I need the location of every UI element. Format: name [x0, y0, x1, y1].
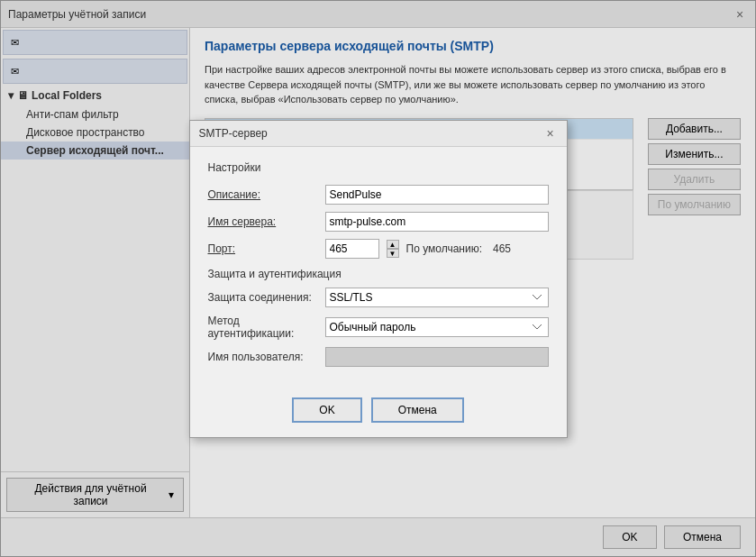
- security-section-label: Защита и аутентификация: [208, 268, 549, 280]
- server-row: Имя сервера:: [208, 212, 549, 232]
- auth-row: Метод аутентификации: Обычный пароль Нет…: [208, 315, 549, 340]
- auth-label: Метод аутентификации:: [208, 315, 325, 340]
- settings-section-label: Настройки: [208, 161, 549, 174]
- server-label: Имя сервера:: [208, 215, 325, 228]
- username-input[interactable]: [325, 347, 549, 367]
- port-decrement[interactable]: ▼: [387, 249, 399, 258]
- modal-title-bar: SMTP-сервер ×: [190, 121, 567, 147]
- modal-ok-button[interactable]: OK: [292, 397, 361, 423]
- default-value: 465: [493, 242, 511, 255]
- username-label: Имя пользователя:: [208, 351, 325, 363]
- modal-close-button[interactable]: ×: [543, 126, 558, 141]
- modal-cancel-button[interactable]: Отмена: [371, 397, 464, 423]
- smtp-modal: SMTP-сервер × Настройки Описание: Имя се…: [189, 120, 568, 438]
- connection-label: Защита соединения:: [208, 291, 325, 304]
- default-label: По умолчанию:: [406, 242, 483, 255]
- modal-overlay: SMTP-сервер × Настройки Описание: Имя се…: [0, 0, 756, 557]
- auth-select[interactable]: Обычный пароль Нет Зашифрованный пароль: [325, 317, 549, 337]
- port-label: Порт:: [208, 242, 325, 255]
- port-controls: ▲ ▼ По умолчанию: 465: [325, 239, 512, 259]
- modal-title: SMTP-сервер: [199, 127, 268, 140]
- port-increment[interactable]: ▲: [387, 240, 399, 249]
- modal-body: Настройки Описание: Имя сервера: Порт: ▲…: [190, 147, 567, 388]
- port-row: Порт: ▲ ▼ По умолчанию: 465: [208, 239, 549, 259]
- connection-select[interactable]: SSL/TLS Нет STARTTLS: [325, 288, 549, 307]
- username-row: Имя пользователя:: [208, 347, 549, 367]
- description-row: Описание:: [208, 185, 549, 205]
- port-spinner: ▲ ▼: [387, 240, 399, 258]
- server-input[interactable]: [325, 212, 549, 232]
- modal-footer: OK Отмена: [190, 388, 567, 437]
- description-input[interactable]: [325, 185, 549, 205]
- connection-row: Защита соединения: SSL/TLS Нет STARTTLS: [208, 288, 549, 307]
- description-label: Описание:: [208, 188, 325, 201]
- port-input[interactable]: [325, 239, 379, 259]
